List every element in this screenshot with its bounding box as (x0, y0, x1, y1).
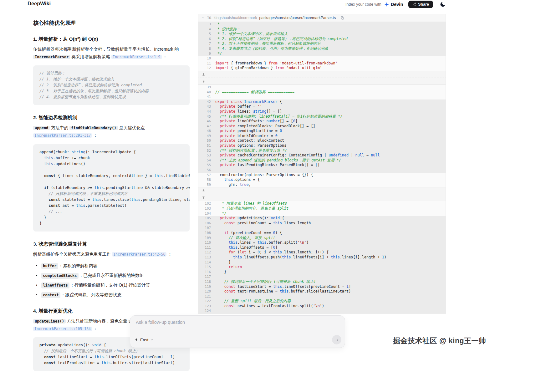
source-line: 123 const newLines = textFromLastLine.sp… (198, 304, 446, 309)
file-citation-link[interactable]: IncremarkParser.ts:42-56 (112, 252, 166, 257)
source-line: 121 (198, 294, 446, 299)
source-line: 47 private completedBlocks: ParsedBlock[… (198, 124, 446, 129)
source-line: 122 // 重新 split 最后一行及之后的内容 (198, 299, 446, 304)
source-line: 44 private lines: string[] = [] (198, 109, 446, 114)
theme-toggle[interactable] (440, 1, 446, 8)
line-number: 108 (198, 231, 211, 236)
file-citation-link[interactable]: IncremarkParser.ts:1-9 (111, 55, 161, 59)
followup-input[interactable] (135, 319, 340, 325)
source-line: 54 /** 上次 append 返回的 pending blocks，用于 g… (198, 158, 446, 163)
inline-code: IncremarkParser (33, 55, 70, 59)
inline-code: lineOffsets (41, 283, 69, 288)
source-line: 56 (198, 168, 446, 173)
source-line: 6 * 2. 识别“稳定边界”（如空行、标题等），将已完成的块标记为 compl… (198, 37, 446, 42)
bullet-marker: • (36, 273, 37, 279)
source-line: 57 constructor(options: ParserOptions = … (198, 173, 446, 178)
arrow-right-icon (334, 338, 339, 342)
line-number: 45 (198, 114, 211, 119)
expand-down-button[interactable] (198, 187, 446, 194)
source-line: 10 (198, 56, 446, 61)
source-line: 107 (198, 226, 446, 231)
source-line: 42export class IncremarkParser { (198, 99, 446, 104)
source-line: 119 const lastLineStart = this.lineOffse… (198, 284, 446, 289)
send-button[interactable] (332, 335, 341, 344)
inline-code: buffer (41, 263, 58, 269)
line-number: 11 (198, 61, 211, 66)
file-citation-link[interactable]: IncremarkParser.ts:291-317 (33, 133, 92, 138)
code-line: const { line: stableBoundary, contextAtL… (39, 173, 183, 179)
line-number: 9 (198, 51, 211, 56)
expand-down-button[interactable] (198, 71, 446, 78)
source-line: 109 // 首次输入, 直接 split (198, 236, 446, 241)
expand-up-button[interactable] (198, 78, 446, 84)
list-item: •buffer：累积的未解析内容 (33, 262, 190, 269)
line-number: 50 (198, 138, 211, 143)
layout-guide-line (11, 0, 11, 392)
list-item: •lineOffsets：行偏移量前缀和，支持 O(1) 行位置计算 (33, 282, 190, 289)
line-number: 117 (198, 274, 211, 279)
devin-link[interactable]: Devin (384, 2, 403, 7)
line-number: 3 (198, 22, 211, 27)
line-number: 6 (198, 37, 211, 42)
line-number: 119 (198, 284, 211, 289)
text-run: 方法中的 (50, 125, 69, 130)
source-line: 5 * 1. 维护一个文本缓冲区，接收流式输入 (198, 32, 446, 37)
copy-button[interactable] (340, 16, 344, 20)
top-header: DeepWiki Index your code with Devin Shar… (0, 0, 546, 13)
source-line: 49 private blockIdCounter = 0 (198, 134, 446, 139)
section-2-code-block: append(chunk: string): IncrementalUpdate… (33, 144, 190, 232)
code-line: const lastLineStart = this.lineOffsets[p… (39, 354, 183, 360)
code-panel: TS kingshuaishuai/incremark packages/cor… (198, 14, 446, 314)
line-number: 12 (198, 66, 211, 71)
source-line: 102 * 增量更新 lines 和 lineOffsets (198, 201, 446, 206)
line-number: 112 (198, 250, 211, 255)
source-line: 39 (198, 85, 446, 90)
code-line: // 找到最后一个不完整的行（可能被新 chunk 续上） (39, 348, 183, 354)
expand-up-icon (202, 79, 205, 83)
repo-name[interactable]: kingshuaishuai/incremark (214, 16, 257, 20)
section-1-code-block: // 设计思路：// 1. 维护一个文本缓冲区，接收流式输入// 2. 识别“稳… (33, 65, 190, 105)
layout-guide-line (22, 0, 22, 392)
list-item: •context：跟踪代码块、列表等嵌套状态 (33, 292, 190, 298)
text-run: ： (162, 54, 167, 59)
expand-down-icon (202, 73, 205, 76)
followup-toolbar: Fast (135, 335, 341, 344)
expand-down-icon (202, 189, 205, 192)
source-line: 58 this.options = { (198, 177, 446, 182)
inline-code: append (33, 126, 50, 130)
line-number: 8 (198, 46, 211, 51)
model-selector[interactable]: Fast (135, 338, 153, 342)
source-line: 105 private updateLines(): void { (198, 216, 446, 221)
devin-logo-icon (384, 2, 389, 7)
source-line: 9 */ (198, 51, 446, 56)
line-number: 121 (198, 294, 211, 299)
state-list: •buffer：累积的未解析内容•completedBlocks：已完成且永不重… (33, 262, 190, 298)
text-run: 传统解析器每次都重新解析整个文档，导致解析量呈平方增长。Incremark 的 (33, 47, 179, 52)
text-run: ： (166, 252, 172, 257)
share-label: Share (418, 2, 429, 7)
line-number: 5 (198, 32, 211, 37)
model-label: Fast (140, 338, 148, 342)
bullet-marker: • (36, 263, 37, 269)
typescript-file-icon: TS (207, 16, 212, 20)
line-number: 40 (198, 90, 211, 95)
app-title[interactable]: DeepWiki (28, 0, 51, 7)
line-number: 120 (198, 289, 211, 294)
line-number: 39 (198, 85, 211, 90)
expand-up-button[interactable] (198, 194, 446, 201)
source-line: 117 (198, 274, 446, 279)
share-button[interactable]: Share (408, 1, 433, 8)
watermark-text: 掘金技术社区 @ king王一帅 (393, 336, 486, 346)
file-citation-link[interactable]: IncremarkParser.ts:105-134 (33, 327, 92, 331)
line-number: 124 (198, 308, 211, 313)
bullet-marker: • (36, 283, 37, 288)
line-number: 44 (198, 109, 211, 114)
line-number: 109 (198, 236, 211, 241)
line-number: 54 (198, 158, 211, 163)
code-line: // 1. 维护一个文本缓冲区，接收流式输入 (39, 76, 183, 82)
bullet-marker: • (36, 292, 37, 298)
source-line: 48 private pendingStartLine = 0 (198, 129, 446, 134)
deepwiki-page: DeepWiki Index your code with Devin Shar… (0, 0, 546, 392)
collapse-panel-button[interactable] (201, 16, 205, 20)
line-number: 114 (198, 260, 211, 265)
